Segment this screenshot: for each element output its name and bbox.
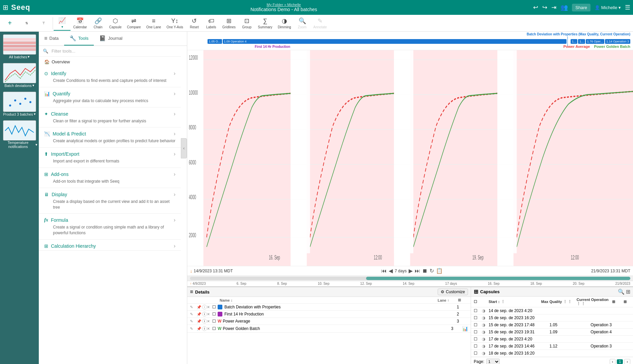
refresh-button[interactable]: ↻ xyxy=(430,268,434,274)
capsule-chip-5[interactable]: 1.14 Operation 3 xyxy=(605,39,630,44)
row-info-icon[interactable]: i xyxy=(202,305,207,309)
overview-item[interactable]: 🏠 Overview xyxy=(39,57,181,67)
tool-identify-header[interactable]: ⊙ Identify › xyxy=(39,67,181,78)
row-info-icon[interactable]: i xyxy=(202,326,207,331)
fast-forward-button[interactable]: ⏭ xyxy=(415,268,420,274)
filter-button[interactable]: ⊤ xyxy=(35,20,52,26)
col-name[interactable]: Name ↕ xyxy=(220,298,438,302)
labels-button[interactable]: 🏷 Labels xyxy=(203,16,220,30)
row-check-7[interactable]: ☐ xyxy=(474,351,480,356)
row-remove-icon[interactable]: ✕ xyxy=(207,327,212,331)
row-check-6[interactable]: ☐ xyxy=(474,344,480,348)
capsule-chip-4[interactable]: 1.76 Oper... xyxy=(586,39,604,44)
tool-cleanse-header[interactable]: ✦ Cleanse › xyxy=(39,108,181,118)
tool-calc-header[interactable]: ⊞ Calculation Hierarchy › xyxy=(39,240,181,250)
chain-button[interactable]: 🔗 Chain xyxy=(90,16,107,30)
calendar-button[interactable]: 📅 Calendar xyxy=(71,16,90,30)
col-start[interactable]: Start ↕ ⋮ xyxy=(489,300,540,304)
row-info-icon[interactable]: i xyxy=(202,319,207,324)
end-button[interactable]: ⏹ xyxy=(422,268,428,274)
search-capsules-button[interactable]: 🔍 xyxy=(618,289,625,295)
row-check[interactable]: ☐ xyxy=(212,312,218,316)
share-button[interactable]: Share xyxy=(572,4,590,11)
col-lane[interactable]: Lane ↑ xyxy=(438,298,458,302)
row-remove-icon[interactable]: ✕ xyxy=(207,312,212,316)
row-edit-icon[interactable]: ✎ xyxy=(190,305,197,309)
capsule-chip-3[interactable]: 1... xyxy=(578,39,585,44)
row-check[interactable]: ☐ xyxy=(212,326,218,331)
tool-quantify-header[interactable]: 📊 Quantify › xyxy=(39,87,181,98)
sidebar-label-temp[interactable]: Temperature notifications ▾ xyxy=(1,141,37,149)
compare-button[interactable]: ⇌ Compare xyxy=(124,16,143,30)
copy-button[interactable]: 📋 xyxy=(436,268,443,274)
sidebar-item-batch-dev[interactable]: Batch deviations ▾ xyxy=(1,63,37,88)
row-check-1[interactable]: ☐ xyxy=(474,308,480,313)
row-pin-icon[interactable]: 📌 xyxy=(197,305,202,309)
sidebar-item-temp[interactable]: Temperature notifications ▾ xyxy=(1,120,37,149)
forward-nav-button[interactable]: ▶ xyxy=(409,268,413,274)
annotate-button[interactable]: ✎ Annotate xyxy=(311,16,330,30)
back-button[interactable]: ◀ xyxy=(389,268,393,274)
one-lane-button[interactable]: ≡ One Lane xyxy=(143,16,164,30)
row-remove-icon[interactable]: ✕ xyxy=(207,305,212,309)
tool-import-header[interactable]: ⬆ Import/Export › xyxy=(39,148,181,158)
tab-tools[interactable]: 🔧 Tools xyxy=(64,32,94,46)
trend-button[interactable]: 📈 ▾ xyxy=(54,16,71,31)
users-icon[interactable]: 👥 xyxy=(560,4,568,11)
hamburger-icon[interactable]: ☰ xyxy=(625,4,630,11)
row-edit-icon[interactable]: ✎ xyxy=(190,312,197,316)
col-max-quality[interactable]: Max Quality ⋮ ⋮ xyxy=(541,300,575,304)
row-check[interactable]: ☐ xyxy=(212,305,218,309)
row-check[interactable]: ☐ xyxy=(212,319,218,324)
tool-addons-header[interactable]: ⊞ Add-ons › xyxy=(39,168,181,179)
redo-button[interactable]: ↪ xyxy=(542,4,547,11)
breadcrumb[interactable]: My Folder » Michelle xyxy=(34,3,533,7)
export-capsules-button[interactable]: ⊞ xyxy=(626,289,630,295)
tool-formula-header[interactable]: fx Formula › xyxy=(39,214,181,224)
capsule-chip-2[interactable]: 1... xyxy=(571,39,578,44)
undo-button[interactable]: ↩ xyxy=(533,4,538,11)
col-check-all[interactable]: ☐ xyxy=(474,300,480,304)
capsule-chip-1[interactable]: 1.09 Operation 4 xyxy=(223,39,567,44)
main-chart[interactable]: 12000 10000 8000 6000 4000 2000 16. Sep … xyxy=(187,50,633,266)
row-edit-icon[interactable]: ✎ xyxy=(190,327,197,331)
group-button[interactable]: ⊡ Group xyxy=(238,16,255,30)
fast-back-button[interactable]: ⏮ xyxy=(381,268,387,274)
capsule-chip-0[interactable]: 1.05 O... xyxy=(208,39,222,44)
customize-button[interactable]: ⚙ Customize xyxy=(438,289,468,295)
dimming-button[interactable]: ◑ Dimming xyxy=(275,16,294,30)
page-select[interactable]: 1 xyxy=(486,359,500,364)
row-check-5[interactable]: ☐ xyxy=(474,337,480,341)
summary-button[interactable]: ∑ Summary xyxy=(255,16,275,30)
zoom-button[interactable]: 🔍 Zoom xyxy=(294,16,311,30)
capsule-button[interactable]: ⬡ Capsule xyxy=(107,16,125,30)
scrollbar-thumb[interactable] xyxy=(366,277,630,280)
reset-button[interactable]: ↺ Reset xyxy=(186,16,203,30)
one-y-button[interactable]: Y↕ One Y-Axis xyxy=(164,16,186,30)
arrange-button[interactable]: ⇅ xyxy=(18,20,35,26)
sidebar-label-product3[interactable]: Product 3 batches ▾ xyxy=(3,112,36,116)
row-pin-icon[interactable]: 📌 xyxy=(197,327,202,331)
sidebar-label-batch-dev[interactable]: Batch deviations ▾ xyxy=(4,83,34,88)
row-remove-icon[interactable]: ✕ xyxy=(207,319,212,324)
forward-button[interactable]: ⇥ xyxy=(551,4,556,11)
row-pin-icon[interactable]: 📌 xyxy=(197,312,202,316)
row-check-2[interactable]: ☐ xyxy=(474,315,480,320)
row-pin-icon[interactable]: 📌 xyxy=(197,319,202,324)
collapse-panel-button[interactable]: ‹ xyxy=(181,138,187,158)
tab-journal[interactable]: 📓 Journal xyxy=(94,32,128,46)
row-edit-icon[interactable]: ✎ xyxy=(190,319,197,324)
sidebar-label-all-batches[interactable]: All batches ▾ xyxy=(9,55,30,59)
row-check-3[interactable]: ☐ xyxy=(474,323,480,327)
tool-display-header[interactable]: 🖥 Display › xyxy=(39,188,181,199)
menu-icon[interactable]: ⊞ xyxy=(3,3,8,11)
page-prev-button[interactable]: ‹ xyxy=(610,359,616,364)
row-info-icon[interactable]: i xyxy=(202,312,207,316)
gridlines-button[interactable]: ⊞ Gridlines xyxy=(220,16,238,30)
sidebar-item-all-batches[interactable]: All batches ▾ xyxy=(1,34,37,59)
tool-model-header[interactable]: 📉 Model & Predict › xyxy=(39,127,181,138)
nav-duration[interactable]: 7 days xyxy=(395,269,407,273)
row-check-4[interactable]: ☐ xyxy=(474,330,480,334)
page-next-button[interactable]: › xyxy=(624,359,630,364)
col-current-op[interactable]: Current Operation ⋮ ⋮ xyxy=(577,298,611,306)
